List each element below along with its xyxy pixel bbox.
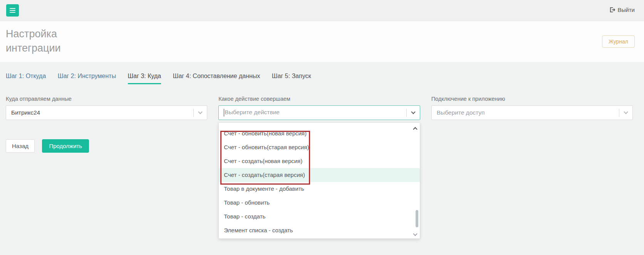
page-title: Настройка интеграции [6, 27, 61, 55]
chevron-down-icon[interactable] [194, 106, 207, 120]
scroll-down-icon[interactable] [414, 234, 417, 235]
list-item[interactable]: Товар - создать [219, 210, 419, 223]
tab-step1-from[interactable]: Шаг 1: Откуда [6, 73, 46, 83]
hamburger-icon [10, 8, 15, 9]
connection-placeholder: Выберите доступ [432, 109, 619, 116]
list-item[interactable]: Счет - обновить(новая версия) [219, 127, 419, 140]
tab-step4-mapping[interactable]: Шаг 4: Сопоставление данных [173, 73, 260, 83]
field-action: Какое действие совершаем Выберите действ… [218, 96, 420, 120]
list-item-partial [219, 123, 419, 127]
connection-select[interactable]: Выберите доступ [431, 105, 633, 120]
tab-step2-tools[interactable]: Шаг 2: Инструменты [58, 73, 116, 83]
list-item[interactable]: Элемент списка - создать [219, 223, 419, 237]
top-navbar: Выйти [0, 0, 644, 21]
logout-label: Выйти [618, 7, 635, 13]
action-select[interactable]: Выберите действие [218, 105, 420, 120]
chevron-down-icon[interactable] [619, 106, 632, 120]
action-placeholder[interactable]: Выберите действие [219, 109, 406, 117]
journal-button[interactable]: Журнал [602, 35, 635, 48]
continue-button[interactable]: Продолжить [42, 139, 89, 153]
tab-step3-where[interactable]: Шаг 3: Куда [128, 73, 161, 84]
action-label: Какое действие совершаем [218, 96, 420, 102]
scrollbar-thumb[interactable] [416, 210, 418, 227]
back-button[interactable]: Назад [6, 139, 35, 153]
logout-link[interactable]: Выйти [609, 7, 635, 13]
step-tabs: Шаг 1: Откуда Шаг 2: Инструменты Шаг 3: … [6, 73, 644, 84]
tab-step5-launch[interactable]: Шаг 5: Запуск [272, 73, 311, 83]
page-header: Настройка интеграции Журнал [0, 21, 644, 62]
list-item[interactable]: Товар - обновить [219, 196, 419, 210]
hamburger-menu-button[interactable] [6, 4, 19, 17]
list-item[interactable]: Счет - обновить(старая версия) [219, 140, 419, 154]
action-dropdown-list: Счет - обновить(новая версия) Счет - обн… [218, 122, 420, 239]
connection-label: Подключение к приложению [431, 96, 633, 102]
field-connection: Подключение к приложению Выберите доступ [431, 96, 633, 120]
destination-value: Битрикс24 [6, 109, 193, 116]
list-item-highlighted[interactable]: Счет - создать(старая версия) [219, 168, 419, 182]
scroll-up-icon[interactable] [414, 126, 417, 131]
destination-label: Куда отправляем данные [6, 96, 207, 102]
destination-select[interactable]: Битрикс24 [6, 105, 207, 120]
chevron-down-icon[interactable] [407, 106, 420, 120]
integration-form: Куда отправляем данные Битрикс24 Какое д… [6, 96, 633, 120]
field-destination: Куда отправляем данные Битрикс24 [6, 96, 207, 120]
list-item[interactable]: Товар в документе - добавить [219, 182, 419, 196]
sign-out-icon [609, 7, 615, 13]
list-item[interactable]: Счет - создать(новая версия) [219, 154, 419, 168]
